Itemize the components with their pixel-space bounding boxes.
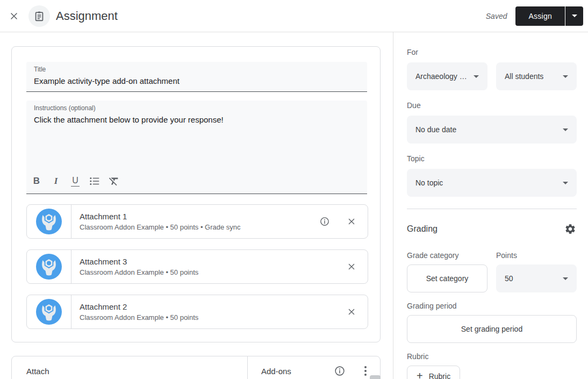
- sidebar-divider: [407, 209, 577, 209]
- addons-info-icon[interactable]: [333, 364, 346, 377]
- assignment-icon: [28, 5, 50, 27]
- due-date-dropdown[interactable]: No due date: [407, 116, 577, 144]
- grading-period-label: Grading period: [407, 302, 577, 310]
- remove-attachment-icon[interactable]: [345, 260, 358, 273]
- addon-logo-icon: [27, 295, 71, 328]
- settings-sidebar: For Archaeology … All students Due No du…: [393, 32, 588, 379]
- due-label: Due: [407, 101, 577, 110]
- clear-formatting-icon[interactable]: [107, 173, 121, 190]
- set-grading-period-button[interactable]: Set grading period: [407, 315, 577, 343]
- close-icon[interactable]: [4, 6, 24, 26]
- addon-logo-icon: [27, 250, 71, 283]
- underline-icon[interactable]: U: [68, 173, 82, 190]
- attach-label: Attach: [26, 367, 49, 376]
- page-title: Assignment: [56, 9, 118, 23]
- assign-split-button: Assign: [515, 6, 583, 26]
- plus-icon: +: [417, 370, 423, 379]
- top-bar: Assignment Saved Assign: [0, 0, 588, 32]
- attach-bar-card: Attach Add-ons: [11, 356, 381, 379]
- add-rubric-button[interactable]: + Rubric: [407, 366, 460, 379]
- points-label: Points: [496, 251, 517, 260]
- points-dropdown[interactable]: 50: [496, 264, 577, 292]
- grading-title: Grading: [407, 224, 438, 234]
- chevron-down-icon: [572, 15, 577, 17]
- title-field-label: Title: [34, 66, 360, 74]
- bulleted-list-icon[interactable]: [88, 173, 102, 190]
- attachment-row[interactable]: Attachment 1 Classroom Addon Example • 5…: [26, 204, 368, 239]
- chevron-down-icon: [563, 75, 568, 78]
- topic-dropdown[interactable]: No topic: [407, 169, 577, 197]
- addons-section: Add-ons: [248, 356, 380, 379]
- students-dropdown[interactable]: All students: [496, 62, 577, 90]
- attachment-subtitle: Classroom Addon Example • 50 points • Gr…: [80, 223, 318, 232]
- instructions-field-label: Instructions (optional): [34, 104, 360, 112]
- instructions-input[interactable]: Click the attachment below to provide yo…: [34, 114, 360, 125]
- chevron-down-icon: [563, 182, 568, 184]
- saved-status: Saved: [486, 12, 507, 20]
- rubric-label: Rubric: [407, 352, 577, 361]
- title-input[interactable]: Example activity-type add-on attachment: [34, 75, 360, 87]
- attachment-row[interactable]: Attachment 3 Classroom Addon Example • 5…: [26, 249, 368, 284]
- addons-label: Add-ons: [261, 367, 291, 376]
- attachment-subtitle: Classroom Addon Example • 50 points: [80, 313, 345, 323]
- assign-dropdown-button[interactable]: [565, 6, 583, 26]
- scrollbar-thumb[interactable]: [370, 375, 381, 379]
- title-field[interactable]: Title Example activity-type add-on attac…: [26, 62, 367, 92]
- for-label: For: [407, 48, 577, 56]
- chevron-down-icon: [474, 75, 479, 78]
- attachment-subtitle: Classroom Addon Example • 50 points: [80, 268, 345, 277]
- chevron-down-icon: [563, 277, 568, 280]
- attachment-title: Attachment 1: [80, 211, 318, 222]
- assign-button[interactable]: Assign: [515, 6, 565, 26]
- grade-category-label: Grade category: [407, 251, 496, 260]
- instructions-field[interactable]: Instructions (optional) Click the attach…: [26, 101, 367, 194]
- chevron-down-icon: [563, 128, 568, 131]
- attachment-row[interactable]: Attachment 2 Classroom Addon Example • 5…: [26, 295, 368, 329]
- italic-icon[interactable]: I: [49, 173, 63, 190]
- formatting-toolbar: B I U: [26, 169, 367, 194]
- attachment-title: Attachment 2: [80, 302, 345, 312]
- attachment-title: Attachment 3: [80, 256, 345, 267]
- addon-logo-icon: [27, 205, 71, 238]
- attach-section: Attach: [12, 356, 248, 379]
- remove-attachment-icon[interactable]: [345, 305, 358, 318]
- remove-attachment-icon[interactable]: [345, 215, 358, 228]
- gear-icon[interactable]: [564, 223, 577, 235]
- assignment-editor-pane: Title Example activity-type add-on attac…: [0, 32, 393, 379]
- topic-label: Topic: [407, 154, 577, 163]
- course-dropdown[interactable]: Archaeology …: [407, 62, 487, 90]
- assignment-details-card: Title Example activity-type add-on attac…: [11, 46, 381, 342]
- set-category-button[interactable]: Set category: [407, 264, 487, 292]
- info-icon[interactable]: [318, 215, 331, 228]
- bold-icon[interactable]: B: [30, 173, 44, 190]
